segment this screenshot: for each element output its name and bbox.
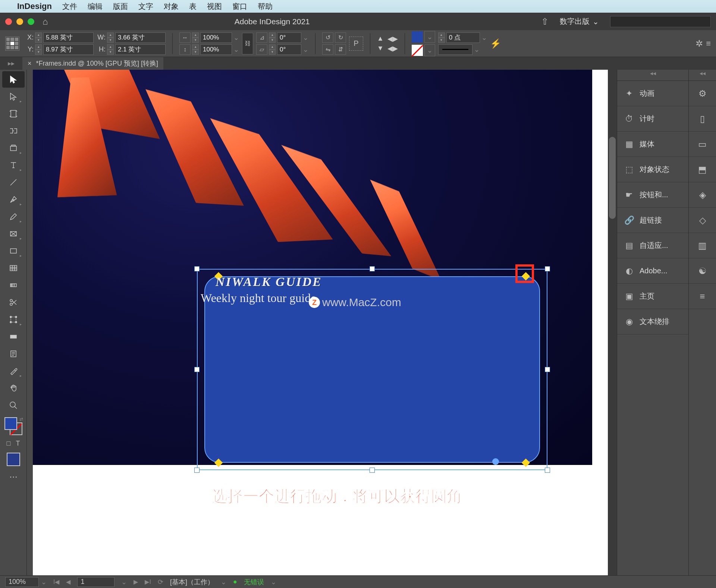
corner-radius-input[interactable]: 0 点 (446, 32, 480, 43)
chevron-down-icon[interactable]: ⌄ (233, 34, 239, 42)
select-content-icon[interactable]: ▼ (377, 44, 384, 52)
line-tool[interactable] (2, 174, 25, 191)
resize-handle[interactable] (545, 266, 550, 271)
fill-color[interactable] (4, 417, 17, 430)
pen-tool[interactable]: ▸ (2, 191, 25, 208)
height-input[interactable]: 2.1 英寸 (115, 44, 166, 55)
resize-handle[interactable] (194, 367, 200, 372)
menu-layout[interactable]: 版面 (113, 1, 128, 12)
next-page-icon[interactable]: ▶ (134, 578, 138, 585)
rotate-ccw-icon[interactable]: ↺ (322, 32, 333, 43)
rectangle-frame-tool[interactable]: ▸ (2, 226, 25, 242)
p-icon[interactable]: P (349, 37, 363, 51)
rectangle-tool[interactable]: ▸ (2, 243, 25, 259)
flip-v-icon[interactable]: ⇵ (335, 44, 346, 55)
formatting-container-icon[interactable]: □ (7, 440, 11, 447)
type-tool[interactable]: ▸ (2, 157, 25, 173)
chevron-down-icon[interactable]: ⌄ (303, 45, 308, 54)
selection-tool[interactable] (2, 71, 25, 88)
lightning-icon[interactable]: ⚡ (490, 38, 501, 49)
open-bridge-icon[interactable]: ⟳ (158, 578, 163, 586)
edit-toolbar-icon[interactable]: ⋯ (9, 472, 18, 482)
stroke-style-dropdown[interactable] (438, 44, 472, 55)
hand-tool[interactable] (2, 380, 25, 396)
document-tab[interactable]: × *Frames.indd @ 100% [GPU 预览] [转换] (22, 57, 163, 70)
resize-handle[interactable] (194, 266, 200, 271)
menu-object[interactable]: 对象 (164, 1, 179, 12)
preflight-status[interactable]: 无错误 (244, 578, 264, 587)
resize-handle[interactable] (194, 468, 200, 473)
constrain-proportions-icon[interactable]: ⛓ (242, 33, 253, 54)
zoom-level-input[interactable]: 100% (5, 577, 39, 587)
panel-pages[interactable]: ▣主页 (617, 284, 688, 309)
stroke-swatch[interactable] (412, 45, 423, 56)
panel-timing[interactable]: ⏱计时 (617, 106, 688, 132)
gradient-feather-tool[interactable] (2, 328, 25, 345)
panel-icon-4[interactable]: ◈ (689, 182, 716, 208)
preflight-profile[interactable]: [基本]（工作） (170, 578, 214, 587)
chevron-down-icon[interactable]: ⌄ (424, 44, 435, 56)
collapse-icons-icon[interactable]: ◂◂ (689, 70, 716, 81)
gradient-tool[interactable] (2, 277, 25, 293)
panel-icon-3[interactable]: ⬒ (689, 157, 716, 182)
vertical-scrollbar[interactable] (608, 70, 617, 575)
panel-icon-7[interactable]: ☯ (689, 258, 716, 284)
control-menu-icon[interactable]: ≡ (706, 39, 711, 48)
x-step-up[interactable]: ▴ (35, 32, 42, 38)
fill-swatch[interactable] (412, 31, 423, 43)
panel-hyperlinks[interactable]: 🔗超链接 (617, 208, 688, 233)
resize-handle[interactable] (370, 266, 375, 271)
last-page-icon[interactable]: ▶I (145, 578, 151, 585)
content-grabber-icon[interactable] (492, 458, 499, 465)
panel-icon-2[interactable]: ▭ (689, 132, 716, 157)
menu-file[interactable]: 文件 (62, 1, 77, 12)
width-input[interactable]: 3.66 英寸 (115, 32, 166, 43)
free-transform-tool[interactable]: ▸ (2, 311, 25, 328)
select-next-icon[interactable]: ◀▶ (387, 44, 398, 53)
menu-table[interactable]: 表 (189, 1, 197, 12)
rotation-input[interactable]: 0° (277, 32, 301, 43)
chevron-down-icon[interactable]: ⌄ (121, 578, 127, 586)
share-icon[interactable]: ⇧ (541, 16, 549, 27)
menu-view[interactable]: 视图 (207, 1, 222, 12)
scale-y-input[interactable]: 100% (200, 44, 232, 55)
y-position-input[interactable]: 8.97 英寸 (43, 44, 94, 55)
flip-h-icon[interactable]: ⇋ (322, 44, 333, 55)
scale-x-input[interactable]: 100% (200, 32, 232, 43)
resize-handle[interactable] (370, 468, 375, 473)
menu-window[interactable]: 窗口 (232, 1, 247, 12)
shear-input[interactable]: 0° (277, 44, 301, 55)
panel-liquid-layout[interactable]: ▤自适应... (617, 233, 688, 258)
reference-point-proxy[interactable] (5, 37, 19, 51)
workspace-switcher[interactable]: 数字出版⌄ (560, 16, 599, 26)
menu-edit[interactable]: 编辑 (88, 1, 103, 12)
panel-buttons[interactable]: ☛按钮和... (617, 182, 688, 208)
panel-icon-5[interactable]: ◇ (689, 208, 716, 233)
y-step-up[interactable]: ▴ (35, 44, 42, 50)
canvas[interactable]: NIWALK GUIDE Weekly night tour guide Zww… (27, 70, 617, 575)
screen-mode-button[interactable] (7, 453, 20, 466)
panel-adobe[interactable]: ◐Adobe... (617, 258, 688, 284)
panel-media[interactable]: ▦媒体 (617, 132, 688, 157)
chevron-down-icon[interactable]: ⌄ (481, 34, 487, 42)
resize-handle[interactable] (545, 367, 550, 372)
page-tool[interactable] (2, 106, 25, 122)
chevron-down-icon[interactable]: ⌄ (233, 45, 239, 54)
swap-fill-stroke-icon[interactable]: ⇄ (19, 416, 23, 422)
gap-tool[interactable] (2, 123, 25, 139)
panel-icon-0[interactable]: ⚙ (689, 81, 716, 106)
resize-handle[interactable] (545, 468, 550, 473)
zoom-tool[interactable] (2, 397, 25, 414)
fill-stroke-proxy[interactable]: ⇄ (4, 417, 22, 435)
menu-help[interactable]: 帮助 (258, 1, 273, 12)
panel-text-wrap[interactable]: ◉文本绕排 (617, 309, 688, 334)
chevron-down-icon[interactable]: ⌄ (424, 31, 435, 43)
panel-icon-8[interactable]: ≡ (689, 284, 716, 309)
collapse-panels-icon[interactable]: ◂◂ (617, 70, 688, 81)
search-input[interactable] (610, 16, 711, 27)
menu-type[interactable]: 文字 (138, 1, 153, 12)
page-number-input[interactable]: 1 (77, 577, 114, 587)
panel-object-states[interactable]: ⬚对象状态 (617, 157, 688, 182)
table-tool[interactable] (2, 260, 25, 276)
select-container-icon[interactable]: ▲ (377, 35, 384, 43)
